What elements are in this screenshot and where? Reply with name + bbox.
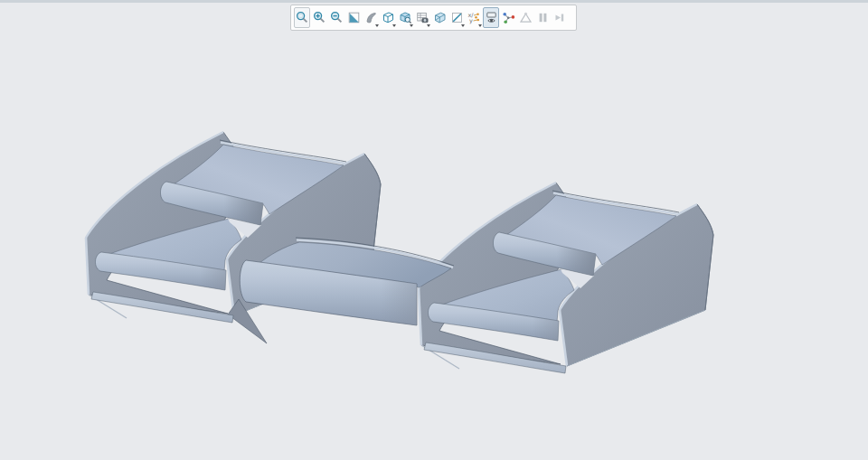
dropdown-caret-icon[interactable]	[461, 24, 465, 27]
dropdown-caret-icon[interactable]	[410, 24, 413, 27]
shading-style-icon	[364, 11, 378, 24]
dropdown-caret-icon[interactable]	[478, 24, 482, 27]
toolbar-button-geometry-check[interactable]	[517, 7, 533, 28]
toolbar-button-perspective[interactable]	[431, 7, 448, 28]
repaint-icon	[347, 11, 361, 24]
application-window: x/y	[0, 0, 868, 460]
dropdown-caret-icon[interactable]	[392, 24, 396, 27]
toolbar-button-zoom-in[interactable]	[311, 7, 327, 28]
svg-text:y: y	[469, 17, 473, 24]
toolbar-button-shading-style[interactable]	[363, 7, 379, 28]
toolbar-button-saved-views[interactable]	[397, 7, 413, 28]
refit-icon	[296, 11, 309, 24]
toolbar-button-resume[interactable]	[552, 7, 568, 28]
datum-display-icon	[450, 11, 464, 24]
toolbar-button-zoom-out[interactable]	[328, 7, 344, 28]
toolbar-button-datum-display[interactable]	[448, 7, 465, 28]
resume-icon	[553, 11, 567, 24]
saved-views-icon	[399, 11, 412, 24]
spin-center-icon	[502, 11, 515, 24]
dropdown-caret-icon[interactable]	[427, 24, 430, 27]
toolbar-button-graphics-display[interactable]	[483, 7, 499, 28]
perspective-icon	[433, 11, 447, 24]
view-manager-icon	[416, 11, 429, 24]
toolbar-button-view-manager[interactable]	[414, 7, 430, 28]
toolbar-button-spin-center[interactable]	[500, 7, 516, 28]
graphics-display-icon	[485, 11, 498, 24]
toolbar-button-repaint[interactable]	[345, 7, 362, 28]
zoom-out-icon	[330, 11, 344, 24]
toolbar-button-pause[interactable]	[534, 7, 551, 28]
graphics-toolbar: x/y	[290, 5, 577, 31]
geometry-check-icon	[519, 11, 533, 24]
zoom-in-icon	[313, 11, 326, 24]
toolbar-button-annotation-display[interactable]: x/y	[466, 7, 482, 28]
wing-assembly-model[interactable]	[0, 0, 868, 460]
pause-icon	[536, 11, 550, 24]
viewport[interactable]	[0, 0, 868, 460]
dropdown-caret-icon[interactable]	[375, 24, 379, 27]
display-style-icon	[382, 11, 395, 24]
annotation-display-icon: x/y	[467, 11, 481, 24]
toolbar-button-refit[interactable]	[294, 7, 310, 28]
toolbar-button-display-style[interactable]	[380, 7, 396, 28]
